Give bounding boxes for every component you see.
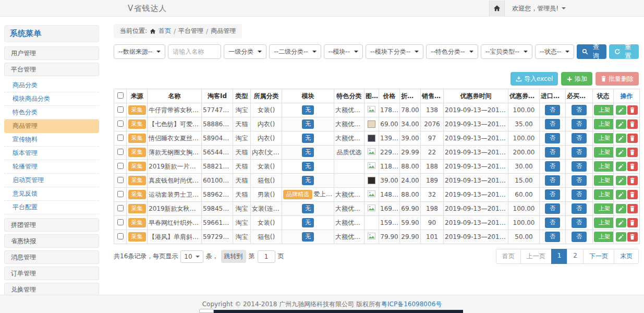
must-buy-toggle[interactable]: 否: [572, 119, 587, 129]
delete-button[interactable]: [627, 162, 638, 171]
reset-button[interactable]: 重置: [609, 44, 639, 59]
import-toggle[interactable]: 否: [545, 133, 560, 143]
per-page-select[interactable]: 10: [180, 250, 203, 263]
import-toggle[interactable]: 否: [545, 119, 560, 129]
must-buy-toggle[interactable]: 否: [572, 218, 587, 227]
user-menu[interactable]: 欢迎您，管理员!: [512, 4, 566, 13]
import-toggle[interactable]: 否: [545, 175, 560, 185]
page-button-1[interactable]: 1: [551, 249, 568, 264]
delete-button[interactable]: [627, 190, 638, 199]
page-button-下一页[interactable]: 下一页: [583, 249, 614, 264]
status-button[interactable]: 上架: [594, 175, 614, 185]
status-select[interactable]: --状态--: [535, 44, 574, 59]
status-button[interactable]: 上架: [594, 105, 614, 115]
sidebar-item-拼团管理[interactable]: 拼团管理: [4, 218, 99, 232]
delete-button[interactable]: [627, 148, 638, 157]
sidebar-subitem-意见反馈[interactable]: 意见反馈: [4, 187, 99, 201]
module-subcategory-select[interactable]: --模块下分类--: [366, 44, 423, 59]
sidebar-subitem-商品分类[interactable]: 商品分类: [4, 79, 99, 92]
row-checkbox[interactable]: [117, 205, 124, 211]
must-buy-toggle[interactable]: 否: [572, 147, 587, 157]
delete-button[interactable]: [627, 232, 638, 242]
sidebar-item-省惠快报[interactable]: 省惠快报: [4, 234, 99, 248]
level2-category-select[interactable]: --二级分类--: [269, 44, 321, 59]
status-button[interactable]: 上架: [594, 203, 614, 213]
row-checkbox[interactable]: [117, 135, 124, 141]
query-button[interactable]: 查询: [577, 44, 606, 59]
breadcrumb-home-link[interactable]: 首页: [159, 27, 171, 35]
batch-delete-button[interactable]: 批量删除: [596, 72, 639, 86]
import-toggle[interactable]: 否: [545, 218, 560, 227]
select-all-checkbox[interactable]: [117, 92, 124, 99]
import-toggle[interactable]: 否: [545, 147, 560, 157]
import-toggle[interactable]: 否: [545, 161, 560, 171]
sidebar-subitem-启动页管理[interactable]: 启动页管理: [4, 174, 99, 187]
must-buy-toggle[interactable]: 否: [572, 189, 587, 199]
edit-button[interactable]: [616, 134, 626, 143]
sidebar-item-消息管理[interactable]: 消息管理: [4, 250, 99, 264]
status-button[interactable]: 上架: [594, 161, 614, 171]
data-source-select[interactable]: --数据来源--: [114, 44, 165, 59]
import-toggle[interactable]: 否: [545, 105, 560, 115]
level1-category-select[interactable]: 一级分类: [224, 44, 266, 59]
delete-button[interactable]: [627, 119, 638, 129]
import-excel-button[interactable]: 导入excel: [511, 72, 558, 86]
row-checkbox[interactable]: [117, 121, 124, 127]
icp-link[interactable]: 粤ICP备16098006号: [381, 300, 442, 309]
status-button[interactable]: 上架: [594, 133, 614, 143]
delete-button[interactable]: [627, 105, 638, 115]
status-button[interactable]: 上架: [594, 232, 614, 242]
home-button[interactable]: [489, 1, 505, 17]
add-button[interactable]: + 添加: [561, 72, 592, 86]
status-button[interactable]: 上架: [594, 218, 614, 227]
edit-button[interactable]: [616, 105, 626, 115]
sidebar-subitem-版本管理[interactable]: 版本管理: [4, 147, 99, 160]
sidebar-subitem-轮播管理[interactable]: 轮播管理: [4, 160, 99, 174]
module-select[interactable]: --模块--: [324, 44, 363, 59]
name-input[interactable]: [168, 44, 221, 59]
status-button[interactable]: 上架: [594, 147, 614, 157]
delete-button[interactable]: [627, 134, 638, 143]
must-buy-toggle[interactable]: 否: [572, 175, 587, 185]
row-checkbox[interactable]: [117, 163, 124, 169]
sidebar-item-订单管理[interactable]: 订单管理: [4, 267, 99, 280]
delete-button[interactable]: [627, 204, 638, 213]
jump-button[interactable]: 跳转到: [221, 250, 246, 263]
must-buy-toggle[interactable]: 否: [572, 105, 587, 115]
page-button-末页[interactable]: 末页: [614, 249, 639, 264]
feature-category-select[interactable]: --特色分类--: [426, 44, 478, 59]
jump-page-input[interactable]: [258, 250, 275, 263]
row-checkbox[interactable]: [117, 149, 124, 155]
must-buy-toggle[interactable]: 否: [572, 133, 587, 143]
edit-button[interactable]: [616, 176, 626, 185]
must-buy-toggle[interactable]: 否: [572, 203, 587, 213]
row-checkbox[interactable]: [117, 177, 124, 183]
sidebar-subitem-商品管理[interactable]: 商品管理: [4, 119, 99, 133]
edit-button[interactable]: [616, 119, 626, 129]
sidebar-subitem-平台配置[interactable]: 平台配置: [4, 201, 99, 214]
row-checkbox[interactable]: [117, 191, 124, 197]
import-toggle[interactable]: 否: [545, 232, 560, 242]
edit-button[interactable]: [616, 148, 626, 157]
item-type-select[interactable]: --宝贝类型--: [481, 44, 532, 59]
edit-button[interactable]: [616, 190, 626, 199]
sidebar-item-用户管理[interactable]: 用户管理: [4, 46, 99, 60]
sidebar-subitem-模块商品分类[interactable]: 模块商品分类: [4, 92, 99, 106]
import-toggle[interactable]: 否: [545, 189, 560, 199]
row-checkbox[interactable]: [117, 233, 124, 239]
status-button[interactable]: 上架: [594, 119, 614, 129]
delete-button[interactable]: [627, 176, 638, 185]
sidebar-subitem-特色分类[interactable]: 特色分类: [4, 106, 99, 119]
row-checkbox[interactable]: [117, 106, 124, 113]
status-button[interactable]: 上架: [594, 189, 614, 199]
edit-button[interactable]: [616, 162, 626, 171]
page-button-2[interactable]: 2: [567, 249, 584, 264]
delete-button[interactable]: [627, 218, 638, 227]
import-toggle[interactable]: 否: [545, 203, 560, 213]
must-buy-toggle[interactable]: 否: [572, 232, 587, 242]
edit-button[interactable]: [616, 204, 626, 213]
edit-button[interactable]: [616, 218, 626, 227]
sidebar-subitem-宣传物料[interactable]: 宣传物料: [4, 133, 99, 147]
sidebar-item-平台管理[interactable]: 平台管理: [4, 63, 99, 76]
edit-button[interactable]: [616, 232, 626, 242]
